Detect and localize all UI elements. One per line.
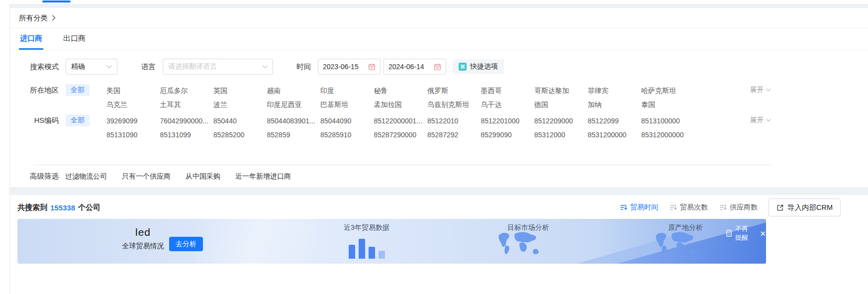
region-item[interactable]: 乌兹别克斯坦: [427, 99, 481, 109]
quick-options-button[interactable]: ⌘ 快捷选项: [453, 59, 504, 74]
region-values: 美国厄瓜多尔英国越南印度秘鲁俄罗斯墨西哥哥斯达黎加菲律宾哈萨克斯坦 乌克兰土耳其…: [106, 86, 695, 109]
search-mode-value: 精确: [71, 62, 85, 71]
search-mode-select[interactable]: 精确: [66, 59, 117, 75]
sort-option[interactable]: 贸易次数: [670, 203, 708, 212]
results-card: 共搜索到 155338 个公司 贸易时间 贸易次: [9, 195, 868, 294]
breadcrumb[interactable]: 所有分类: [9, 8, 868, 28]
date-from-value: 2023-06-15: [323, 63, 359, 71]
export-icon: [776, 204, 784, 211]
region-item[interactable]: 土耳其: [160, 99, 214, 109]
hs-code-item[interactable]: 8512209000: [534, 116, 588, 126]
sort-option[interactable]: 供应商数: [720, 203, 758, 212]
region-item[interactable]: 英国: [213, 86, 267, 96]
hs-code-filter-row: HS编码 全部 3926909976042990000...8504408504…: [9, 116, 868, 140]
region-item[interactable]: 印度: [320, 86, 374, 96]
region-expand-link[interactable]: 展开: [750, 86, 771, 95]
trade-analysis-banner: led 全球贸易情况 去分析 近3年贸易数据 目标市场分析 原产: [17, 219, 766, 264]
world-map-icon: [492, 231, 545, 261]
hs-code-item[interactable]: 85122099: [588, 116, 642, 126]
dismiss-checkbox[interactable]: [726, 230, 732, 237]
hs-code-item[interactable]: 8531200000: [588, 130, 642, 140]
banner-keyword: led: [109, 226, 177, 238]
hs-code-item[interactable]: 85287292: [427, 130, 481, 140]
region-filter-row: 所在地区 全部 美国厄瓜多尔英国越南印度秘鲁俄罗斯墨西哥哥斯达黎加菲律宾哈萨克斯…: [9, 86, 868, 109]
region-item[interactable]: 德国: [534, 99, 588, 109]
region-item[interactable]: 美国: [106, 86, 160, 96]
region-item[interactable]: 菲律宾: [588, 86, 642, 96]
region-item[interactable]: 俄罗斯: [427, 86, 481, 96]
hs-code-item[interactable]: 85312000: [534, 130, 588, 140]
hs-code-item[interactable]: 850440: [213, 116, 267, 126]
results-toolbar: 贸易时间 贸易次数 供应商数: [620, 198, 841, 216]
advanced-filter-option[interactable]: 过滤物流公司: [65, 172, 107, 181]
bar-chart-icon: [330, 236, 403, 259]
hs-code-item[interactable]: 39269099: [106, 116, 160, 126]
region-item[interactable]: 哥斯达黎加: [534, 86, 588, 96]
language-label: 语言: [141, 62, 156, 72]
region-item[interactable]: 乌干达: [481, 99, 535, 109]
hs-code-item[interactable]: 85044083901...: [267, 116, 321, 126]
chevron-down-icon: [262, 65, 268, 69]
hs-code-item[interactable]: 852859: [267, 130, 321, 140]
banner-section-trade-data: 近3年贸易数据: [327, 223, 406, 232]
region-item[interactable]: 厄瓜多尔: [160, 86, 214, 96]
advanced-filter-option[interactable]: 从中国采购: [186, 172, 220, 181]
tab[interactable]: 出口商: [62, 28, 87, 50]
tab[interactable]: 进口商: [19, 28, 43, 50]
quick-options-label: 快捷选项: [470, 62, 498, 71]
chevron-down-icon: [106, 65, 112, 69]
advanced-filter-label: 高级筛选: [19, 172, 59, 181]
advanced-filter-option[interactable]: 只有一个供应商: [122, 172, 171, 181]
chevron-down-icon: [766, 89, 771, 92]
calendar-icon: [434, 63, 441, 71]
language-placeholder: 请选择翻译语言: [168, 62, 217, 71]
hs-code-item[interactable]: 85131099: [160, 130, 214, 140]
analyze-button[interactable]: 去分析: [169, 237, 203, 251]
region-item[interactable]: 巴基斯坦: [320, 99, 374, 109]
hs-code-item[interactable]: 85285910: [320, 130, 374, 140]
language-select[interactable]: 请选择翻译语言: [163, 59, 273, 75]
region-item[interactable]: 墨西哥: [481, 86, 535, 96]
date-from-picker[interactable]: 2023-06-15: [318, 59, 381, 75]
search-card: 所有分类 进口商出口商 搜索模式 精确 语言 请选择翻译语言 时间 2023-0…: [9, 8, 868, 187]
top-cutoff-strip: [0, 0, 868, 4]
hs-code-item[interactable]: 85287290000: [374, 130, 428, 140]
region-item[interactable]: 秘鲁: [374, 86, 428, 96]
results-count-prefix: 共搜索到: [17, 203, 47, 212]
region-item[interactable]: 越南: [267, 86, 321, 96]
import-crm-button[interactable]: 导入内部CRM: [769, 198, 841, 216]
region-item[interactable]: 波兰: [213, 99, 267, 109]
hs-code-item[interactable]: 8513100000: [641, 116, 695, 126]
hs-code-item[interactable]: 85122010: [427, 116, 481, 126]
results-count-line: 共搜索到 155338 个公司: [17, 203, 100, 212]
hs-code-item[interactable]: 85044090: [320, 116, 374, 126]
region-item[interactable]: 泰国: [641, 99, 695, 109]
advanced-filter-option[interactable]: 近一年新增进口商: [235, 172, 291, 181]
hs-code-item[interactable]: 8512201000: [481, 116, 535, 126]
dismiss-label: 不再提醒: [735, 224, 755, 242]
sort-option[interactable]: 贸易时间: [620, 203, 658, 212]
region-item[interactable]: 乌克兰: [106, 99, 160, 109]
hs-code-label: HS编码: [19, 116, 59, 125]
hs-code-item[interactable]: 85285200: [213, 130, 267, 140]
hs-code-item[interactable]: 76042990000...: [160, 116, 214, 126]
hs-code-values: 3926909976042990000...85044085044083901.…: [106, 116, 695, 140]
dismiss-reminder: 不再提醒 ✕: [726, 224, 766, 242]
region-all-badge[interactable]: 全部: [66, 84, 90, 96]
hs-code-item[interactable]: 85131090: [106, 130, 160, 140]
region-item[interactable]: 孟加拉国: [374, 99, 428, 109]
region-item[interactable]: 加纳: [588, 99, 642, 109]
world-map-icon: [650, 231, 702, 261]
region-item[interactable]: 印度尼西亚: [267, 99, 321, 109]
date-to-picker[interactable]: 2024-06-14: [384, 59, 446, 75]
hs-code-item[interactable]: 85312000000: [641, 130, 695, 140]
close-icon[interactable]: ✕: [760, 230, 766, 237]
bar-chart-bar: [359, 239, 365, 259]
hs-expand-link[interactable]: 展开: [750, 116, 771, 125]
top-separator-band: [9, 4, 868, 8]
hs-code-item[interactable]: 85299090: [481, 130, 535, 140]
hs-code-item[interactable]: 85122000001...: [374, 116, 428, 126]
hs-all-badge[interactable]: 全部: [66, 114, 90, 126]
section-gap: [9, 187, 868, 195]
region-item[interactable]: 哈萨克斯坦: [641, 86, 695, 96]
